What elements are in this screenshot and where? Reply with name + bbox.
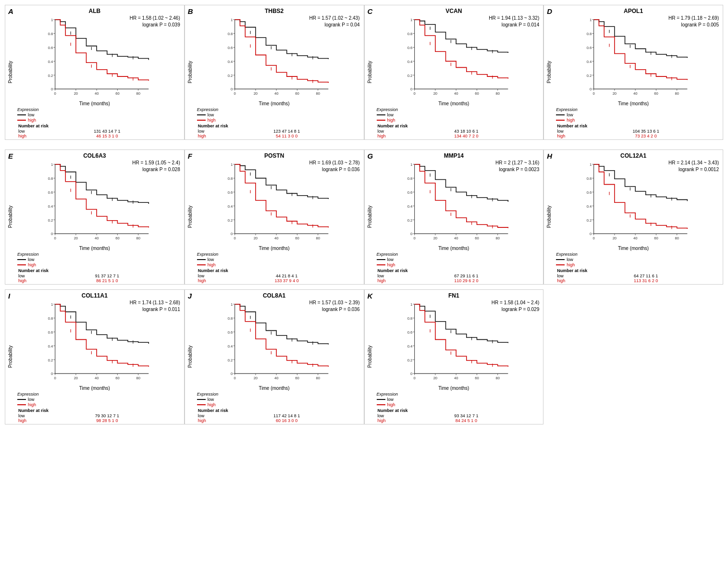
- svg-text:0: 0: [234, 376, 235, 380]
- svg-text:0.2: 0.2: [227, 358, 233, 362]
- y-axis-label: Probability: [546, 61, 552, 83]
- x-axis-label: Time (months): [187, 246, 361, 251]
- panel-b: B THBS2 HR = 1.57 (1.02 ~ 2.43)logrank P…: [185, 5, 364, 140]
- svg-text:1: 1: [231, 302, 233, 307]
- svg-text:0: 0: [234, 91, 235, 96]
- svg-text:0: 0: [593, 91, 595, 96]
- panel-g: G MMP14 HR = 2 (1.27 ~ 3.16)logrank P = …: [364, 149, 544, 285]
- svg-text:0: 0: [413, 91, 415, 96]
- svg-text:0.8: 0.8: [587, 176, 592, 181]
- svg-text:60: 60: [115, 91, 120, 96]
- svg-text:40: 40: [633, 236, 638, 240]
- panel-title-g: MMP14: [367, 152, 541, 159]
- svg-text:1: 1: [231, 18, 233, 22]
- svg-text:0: 0: [234, 236, 235, 240]
- legend-c: Expression low high: [377, 107, 541, 123]
- svg-text:40: 40: [95, 376, 99, 380]
- svg-text:0: 0: [410, 87, 412, 91]
- panel-a: A ALB HR = 1.58 (1.02 ~ 2.46)logrank P =…: [5, 5, 185, 140]
- svg-text:40: 40: [95, 236, 99, 240]
- x-axis-label: Time (months): [367, 246, 541, 251]
- legend-f: Expression low high: [197, 252, 361, 267]
- svg-text:0.4: 0.4: [407, 344, 412, 349]
- y-axis-label: Probability: [367, 61, 372, 83]
- svg-text:0: 0: [413, 236, 415, 240]
- svg-text:0: 0: [51, 372, 53, 376]
- legend-h: Expression low high: [556, 252, 720, 267]
- svg-text:0.2: 0.2: [587, 74, 592, 78]
- svg-text:20: 20: [253, 376, 258, 380]
- svg-text:0.4: 0.4: [227, 60, 233, 64]
- svg-text:20: 20: [433, 91, 437, 96]
- svg-text:1: 1: [51, 18, 53, 22]
- svg-text:0.2: 0.2: [48, 218, 53, 223]
- chart-area-j: 0 0.2 0.4 0.6 0.8 1 0 20 40 60 80: [201, 300, 361, 384]
- panel-label-i: I: [8, 292, 10, 300]
- svg-text:0: 0: [54, 376, 56, 380]
- x-axis-label: Time (months): [187, 101, 361, 106]
- panel-label-d: D: [547, 7, 552, 15]
- svg-text:0: 0: [51, 87, 53, 91]
- svg-text:40: 40: [95, 91, 99, 96]
- svg-text:0.4: 0.4: [227, 204, 233, 209]
- svg-text:80: 80: [136, 91, 140, 96]
- chart-area-h: 0 0.2 0.4 0.6 0.8 1 0 20 40 60 80: [560, 160, 720, 244]
- svg-text:0.8: 0.8: [407, 32, 412, 36]
- legend-i: Expression low high: [17, 392, 182, 407]
- panel-k: K FN1 HR = 1.58 (1.04 ~ 2.4)logrank P = …: [364, 289, 544, 424]
- svg-text:0.6: 0.6: [227, 330, 233, 335]
- x-axis-label: Time (months): [546, 101, 720, 106]
- svg-text:60: 60: [295, 91, 299, 96]
- row-2: E COL6A3 HR = 1.59 (1.05 ~ 2.4)logrank P…: [0, 145, 728, 289]
- legend-d: Expression low high: [556, 107, 720, 123]
- y-axis-label: Probability: [367, 205, 372, 228]
- y-axis-label: Probability: [8, 205, 13, 228]
- risk-table-c: Number at risk low 43 18 10 6 1 high 134…: [367, 124, 541, 138]
- svg-text:0.2: 0.2: [407, 358, 412, 362]
- chart-area-a: 0 0.2 0.4 0.6 0.8 1 0 20 40 60 80: [21, 15, 182, 100]
- svg-text:0.2: 0.2: [227, 218, 233, 223]
- svg-text:0.6: 0.6: [227, 190, 233, 195]
- svg-text:80: 80: [675, 236, 679, 240]
- svg-text:1: 1: [590, 18, 592, 22]
- svg-text:1: 1: [410, 302, 412, 307]
- svg-text:0.8: 0.8: [227, 316, 233, 321]
- svg-text:40: 40: [274, 91, 279, 96]
- svg-text:40: 40: [454, 236, 458, 240]
- risk-table-f: Number at risk low 44 21 8 4 1 high 133 …: [187, 268, 361, 283]
- panel-title-a: ALB: [8, 8, 182, 14]
- svg-text:60: 60: [115, 236, 120, 240]
- svg-text:20: 20: [74, 236, 78, 240]
- svg-text:20: 20: [433, 236, 437, 240]
- panel-label-h: H: [547, 152, 552, 160]
- row-3: I COL11A1 HR = 1.74 (1.13 ~ 2.68)logrank…: [0, 289, 728, 429]
- risk-table-a: Number at risk low 131 43 14 7 1 high 46…: [8, 124, 182, 138]
- legend-b: Expression low high: [197, 107, 361, 123]
- chart-area-e: 0 0.2 0.4 0.6 0.8 1 0 20 40 60 80: [21, 160, 182, 244]
- panel-h: H COL12A1 HR = 2.14 (1.34 ~ 3.43)logrank…: [543, 149, 723, 285]
- legend-a: Expression low high: [17, 107, 182, 123]
- svg-text:1: 1: [590, 162, 592, 167]
- panel-title-d: APOL1: [546, 8, 720, 14]
- svg-text:60: 60: [654, 91, 658, 96]
- risk-table-i: Number at risk low 79 30 12 7 1 high 98 …: [8, 408, 182, 423]
- svg-text:60: 60: [475, 376, 479, 380]
- svg-text:0.6: 0.6: [587, 190, 592, 195]
- panel-title-e: COL6A3: [8, 152, 182, 159]
- svg-text:0.6: 0.6: [227, 46, 233, 50]
- chart-area-k: 0 0.2 0.4 0.6 0.8 1 0 20 40 60 80: [381, 300, 541, 384]
- empty-panel: [543, 289, 723, 424]
- svg-text:80: 80: [316, 376, 320, 380]
- panel-i: I COL11A1 HR = 1.74 (1.13 ~ 2.68)logrank…: [5, 289, 185, 424]
- svg-text:0: 0: [231, 372, 233, 376]
- chart-area-c: 0 0.2 0.4 0.6 0.8 1 0 20 40 60 80: [381, 15, 541, 100]
- svg-text:20: 20: [253, 91, 258, 96]
- svg-text:60: 60: [475, 91, 479, 96]
- svg-text:0: 0: [231, 87, 233, 91]
- svg-text:60: 60: [115, 376, 120, 380]
- panel-title-j: COL8A1: [187, 292, 361, 299]
- y-axis-label: Probability: [8, 61, 13, 83]
- svg-text:0: 0: [51, 232, 53, 236]
- legend-g: Expression low high: [377, 252, 541, 267]
- panel-label-k: K: [368, 292, 373, 300]
